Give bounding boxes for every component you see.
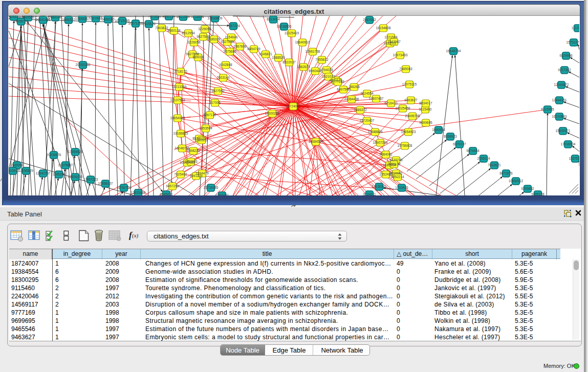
svg-text:11325419: 11325419 <box>285 31 299 35</box>
svg-text:1505551: 1505551 <box>21 16 35 19</box>
svg-text:1200961: 1200961 <box>389 171 403 175</box>
svg-text:7625402: 7625402 <box>174 172 187 176</box>
svg-text:1154646: 1154646 <box>225 35 238 39</box>
svg-text:9457291: 9457291 <box>166 184 179 188</box>
svg-text:1350993: 1350993 <box>184 160 198 163</box>
svg-text:2603144: 2603144 <box>216 76 230 79</box>
svg-text:19218506: 19218506 <box>277 25 292 28</box>
svg-text:10975887: 10975887 <box>58 163 73 167</box>
svg-text:8938923: 8938923 <box>444 135 457 138</box>
svg-text:8660124: 8660124 <box>162 16 176 18</box>
svg-text:2505513: 2505513 <box>9 16 20 18</box>
svg-text:8912954: 8912954 <box>182 31 195 35</box>
svg-text:10961758: 10961758 <box>306 50 320 53</box>
svg-text:1621072: 1621072 <box>322 75 335 78</box>
svg-text:1362615: 1362615 <box>297 65 310 69</box>
svg-text:1353594: 1353594 <box>199 126 212 130</box>
svg-text:16210643: 16210643 <box>552 115 567 118</box>
svg-text:12975115: 12975115 <box>402 82 417 86</box>
svg-text:9146821: 9146821 <box>259 52 272 56</box>
svg-text:11156829: 11156829 <box>19 169 33 172</box>
svg-text:9227342: 9227342 <box>558 68 571 72</box>
svg-text:10719185: 10719185 <box>115 19 130 23</box>
svg-text:9794028: 9794028 <box>320 68 333 72</box>
svg-text:1221504: 1221504 <box>384 35 398 39</box>
svg-text:1145194: 1145194 <box>53 172 66 176</box>
svg-text:9115460: 9115460 <box>419 107 432 111</box>
svg-text:9084062: 9084062 <box>379 152 393 156</box>
svg-text:18724007: 18724007 <box>286 104 301 108</box>
svg-text:8471676: 8471676 <box>499 171 513 175</box>
svg-text:1527602: 1527602 <box>89 16 102 20</box>
svg-text:10688609: 10688609 <box>368 130 383 134</box>
svg-text:7463822: 7463822 <box>155 26 168 30</box>
svg-text:16154808: 16154808 <box>376 26 391 30</box>
svg-text:10973493: 10973493 <box>393 53 408 57</box>
svg-text:16648784: 16648784 <box>446 49 461 53</box>
svg-text:8660124: 8660124 <box>167 29 181 32</box>
svg-text:15716485: 15716485 <box>204 186 219 189</box>
svg-text:7357224: 7357224 <box>227 24 240 28</box>
svg-text:1065327: 1065327 <box>62 18 75 21</box>
svg-text:2252214: 2252214 <box>391 175 404 179</box>
svg-text:8215955: 8215955 <box>541 107 554 111</box>
svg-text:18300295: 18300295 <box>265 112 280 115</box>
svg-text:19166825: 19166825 <box>173 132 188 135</box>
svg-text:2718170: 2718170 <box>174 70 187 73</box>
svg-text:20053346: 20053346 <box>76 63 91 67</box>
svg-text:21364436: 21364436 <box>344 97 359 101</box>
svg-text:12213369: 12213369 <box>172 85 187 89</box>
svg-text:7955812: 7955812 <box>315 58 329 61</box>
svg-text:9699695: 9699695 <box>419 121 432 124</box>
svg-text:10025458: 10025458 <box>396 106 410 110</box>
svg-text:10807467: 10807467 <box>369 97 384 100</box>
svg-text:7515526: 7515526 <box>142 22 156 26</box>
svg-text:2055132: 2055132 <box>387 162 401 166</box>
svg-text:10107553: 10107553 <box>170 98 185 102</box>
svg-text:7463822: 7463822 <box>148 16 161 18</box>
svg-text:1545001: 1545001 <box>10 163 24 167</box>
svg-text:1640954: 1640954 <box>432 128 445 132</box>
svg-text:1733426: 1733426 <box>395 186 408 189</box>
svg-text:8813054: 8813054 <box>267 17 280 21</box>
svg-text:8912954: 8912954 <box>177 16 190 18</box>
svg-text:317006: 317006 <box>209 101 221 104</box>
svg-text:9463627: 9463627 <box>404 98 418 102</box>
svg-text:9329966: 9329966 <box>559 54 573 57</box>
svg-text:2867608: 2867608 <box>233 45 247 48</box>
svg-text:19756928: 19756928 <box>398 144 412 147</box>
svg-text:12093872: 12093872 <box>554 83 569 86</box>
svg-text:16033809: 16033809 <box>208 16 223 20</box>
svg-text:989018: 989018 <box>192 55 204 59</box>
svg-text:7485063: 7485063 <box>399 67 412 71</box>
svg-text:19654923: 19654923 <box>170 116 185 120</box>
svg-text:9245652: 9245652 <box>521 187 534 190</box>
svg-text:19654923: 19654923 <box>401 130 416 134</box>
svg-text:23495798: 23495798 <box>405 114 420 118</box>
svg-text:7632621: 7632621 <box>488 163 501 167</box>
svg-text:13505135: 13505135 <box>68 175 83 179</box>
svg-text:8322037: 8322037 <box>282 60 296 64</box>
svg-text:9777169: 9777169 <box>331 80 344 83</box>
svg-text:2069146: 2069146 <box>49 16 62 19</box>
svg-text:15692971: 15692971 <box>556 129 571 133</box>
svg-text:1543967: 1543967 <box>387 40 401 43</box>
svg-text:3675685: 3675685 <box>223 50 236 53</box>
svg-text:9242848: 9242848 <box>219 63 232 67</box>
svg-text:9327508: 9327508 <box>221 40 234 43</box>
svg-text:6879197: 6879197 <box>453 142 466 146</box>
svg-text:8267130: 8267130 <box>203 113 216 117</box>
svg-text:15720407: 15720407 <box>360 119 375 122</box>
svg-text:6216410: 6216410 <box>384 101 398 105</box>
svg-text:8186328: 8186328 <box>207 37 221 41</box>
svg-text:12923468: 12923468 <box>131 191 146 194</box>
svg-text:12942737: 12942737 <box>36 171 51 175</box>
svg-text:9427552: 9427552 <box>211 89 225 93</box>
svg-text:16782759: 16782759 <box>117 186 132 189</box>
svg-text:8834017: 8834017 <box>419 101 432 105</box>
svg-text:10653267: 10653267 <box>75 17 90 20</box>
svg-text:1394479: 1394479 <box>195 171 209 175</box>
svg-text:5498222: 5498222 <box>187 149 200 152</box>
svg-text:6466160: 6466160 <box>101 17 115 21</box>
svg-text:(x): (x) <box>132 232 139 239</box>
